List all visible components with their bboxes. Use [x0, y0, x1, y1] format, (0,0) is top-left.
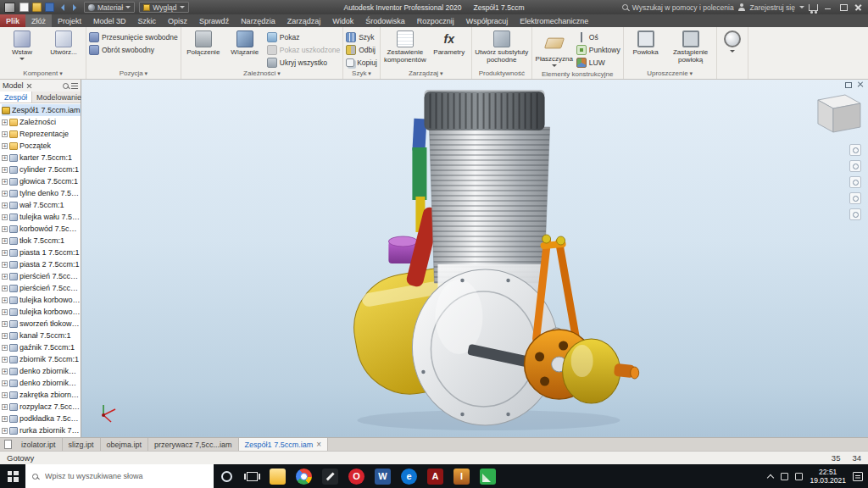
tray-app-icon-1[interactable]: [781, 473, 788, 480]
tree-item[interactable]: rurka zbiornik 7.5ccm:1: [2, 424, 81, 436]
free-move-button[interactable]: Przesunięcie swobodne: [89, 31, 178, 43]
browser-tab-modelowanie[interactable]: Modelowanie: [32, 92, 86, 103]
browser-close-icon[interactable]: [26, 83, 32, 89]
taskbar-clock[interactable]: 22:51 19.03.2021: [810, 468, 846, 485]
expand-icon[interactable]: [2, 214, 8, 220]
expand-icon[interactable]: [2, 345, 8, 351]
tree-item[interactable]: gaźnik 7.5ccm:1: [2, 341, 81, 353]
expand-icon[interactable]: [2, 404, 8, 410]
tree-item[interactable]: cylinder 7.5ccm:1: [2, 164, 81, 175]
tree-item[interactable]: rozpylacz 7.5ccm:1: [2, 401, 81, 413]
tab-szkic[interactable]: Szkic: [132, 14, 163, 27]
expand-icon[interactable]: [2, 369, 8, 374]
open-file-icon[interactable]: [32, 3, 42, 12]
constrain-button[interactable]: Wiązanie: [225, 29, 264, 57]
edge-icon[interactable]: e: [396, 464, 422, 488]
create-component-button[interactable]: Utwórz...: [44, 29, 83, 57]
axis-button[interactable]: Oś: [576, 31, 620, 43]
tree-item[interactable]: korbowód 7.5ccm:1: [2, 223, 81, 235]
tab-zarzadzaj[interactable]: Zarządzaj: [281, 14, 327, 27]
tab-wspolpracuj[interactable]: Współpracuj: [460, 14, 515, 27]
tab-widok[interactable]: Widok: [326, 14, 359, 27]
tree-item[interactable]: Początek: [2, 140, 81, 152]
taskbar-search-input[interactable]: [43, 471, 207, 481]
expand-icon[interactable]: [2, 191, 8, 197]
tree-item[interactable]: wał 7.5ccm:1: [2, 199, 81, 211]
expand-icon[interactable]: [2, 286, 8, 291]
appearance-combo[interactable]: Wygląd: [139, 2, 188, 13]
viewcube[interactable]: [818, 95, 860, 132]
tree-item[interactable]: kanał 7.5ccm:1: [2, 330, 81, 341]
redo-icon[interactable]: [70, 3, 80, 12]
hide-all-button[interactable]: Ukryj wszystko: [267, 57, 340, 69]
tree-root[interactable]: Zespół1 7.5ccm.iam: [2, 104, 81, 116]
browser-search-icon[interactable]: [63, 83, 69, 89]
tree-item[interactable]: karter 7.5ccm:1: [2, 152, 81, 164]
doc-tab[interactable]: izolator.ipt: [15, 438, 63, 451]
acrobat-icon[interactable]: A: [422, 464, 448, 488]
expand-icon[interactable]: [2, 309, 8, 315]
tree-item[interactable]: podkładka 7.5ccm:1: [2, 413, 81, 424]
expand-icon[interactable]: [2, 238, 8, 244]
maximize-button[interactable]: [837, 3, 849, 12]
doc-tab[interactable]: slizg.ipt: [63, 438, 101, 451]
undo-icon[interactable]: [58, 3, 67, 12]
tree-item[interactable]: denko zbiornika 7.5: [2, 377, 81, 389]
show-button[interactable]: Pokaz: [267, 31, 340, 43]
tree-item[interactable]: pierścień 7.5ccm:1: [2, 270, 81, 282]
tab-elektromechaniczne[interactable]: Elektromechaniczne: [514, 14, 594, 27]
file-explorer-icon[interactable]: [264, 464, 291, 488]
tab-narzedzia[interactable]: Narzędzia: [235, 14, 281, 27]
task-view-button[interactable]: [239, 464, 264, 488]
expand-icon[interactable]: [2, 416, 8, 422]
tree-item[interactable]: piasta 2 7.5ccm:1: [2, 258, 81, 270]
tree-item[interactable]: pierścień 7.5ccm:2: [2, 282, 81, 294]
pattern-button[interactable]: Szyk: [346, 31, 377, 43]
group-label-pozycja[interactable]: Pozycja: [89, 69, 178, 79]
group-label-zaleznosci[interactable]: Zależności: [184, 69, 340, 79]
save-icon[interactable]: [45, 3, 54, 12]
opera-icon[interactable]: O: [343, 464, 370, 488]
expand-icon[interactable]: [2, 321, 8, 327]
word-icon[interactable]: W: [370, 464, 396, 488]
expand-icon[interactable]: [2, 297, 8, 303]
inventor-icon[interactable]: I: [448, 464, 475, 488]
free-rotate-button[interactable]: Obrót swobodny: [89, 44, 178, 56]
shrinkwrap-button[interactable]: Powłoka: [626, 29, 665, 57]
expand-icon[interactable]: [2, 357, 8, 363]
tab-model-3d[interactable]: Model 3D: [87, 14, 132, 27]
insert-component-button[interactable]: Wstaw: [3, 29, 42, 63]
tab-zloz[interactable]: Złóż: [25, 14, 52, 27]
tree-item[interactable]: tłok 7.5ccm:1: [2, 235, 81, 247]
app-store-cart-icon[interactable]: [809, 4, 818, 11]
expand-icon[interactable]: [2, 250, 8, 256]
document-restore-button[interactable]: [843, 80, 853, 89]
plane-button[interactable]: Płaszczyzna: [535, 29, 574, 69]
start-button[interactable]: [0, 464, 25, 488]
group-label-elementy-konstrukcyjne[interactable]: Elementy konstrukcyjne: [535, 69, 620, 80]
app-menu-button[interactable]: [4, 3, 15, 13]
expand-icon[interactable]: [2, 179, 8, 185]
tree-item[interactable]: denko zbiornika + k: [2, 365, 81, 377]
doc-tab[interactable]: obejma.ipt: [101, 438, 149, 451]
expand-icon[interactable]: [2, 202, 8, 208]
tab-projekt[interactable]: Projekt: [52, 14, 87, 27]
document-close-button[interactable]: [856, 80, 865, 89]
photos-icon[interactable]: [475, 464, 501, 488]
close-button[interactable]: [853, 3, 864, 12]
look-at-icon[interactable]: [849, 208, 861, 220]
doc-tab[interactable]: przerywacz 7,5cc...iam: [148, 438, 239, 451]
taskbar-search[interactable]: [25, 464, 214, 488]
tab-opisz[interactable]: Opisz: [162, 14, 193, 27]
sign-in-link[interactable]: Zarejestruj się: [750, 3, 795, 12]
tab-srodowiska[interactable]: Środowiska: [359, 14, 411, 27]
material-combo[interactable]: Materiał: [84, 2, 135, 13]
expand-icon[interactable]: [2, 143, 8, 149]
browser-tab-zespol[interactable]: Zespół: [0, 92, 32, 103]
tab-close-icon[interactable]: [316, 440, 321, 449]
group-label-produktywnosc[interactable]: Produktywność: [475, 69, 529, 79]
group-label-zarzadzaj[interactable]: Zarządzaj: [383, 69, 469, 79]
orbit-icon[interactable]: [849, 192, 861, 204]
tree-item[interactable]: Reprezentacje: [2, 128, 81, 140]
expand-icon[interactable]: [2, 428, 8, 434]
